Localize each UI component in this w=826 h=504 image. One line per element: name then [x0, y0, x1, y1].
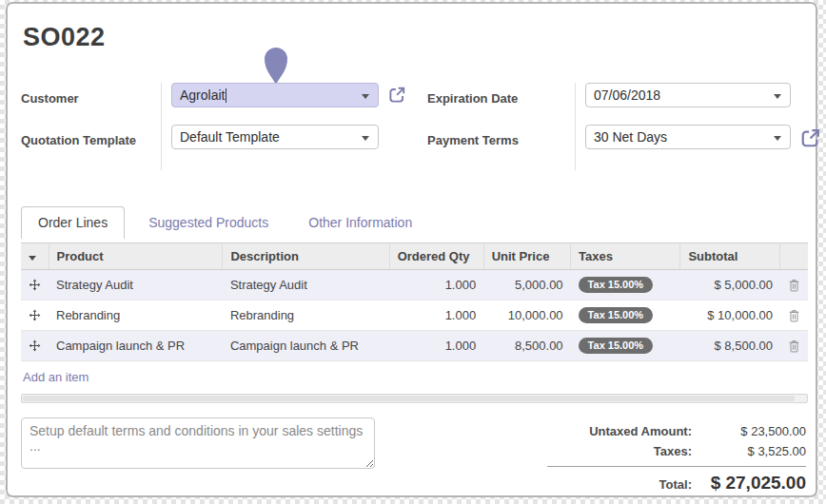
cell-ordered-qty[interactable]: 1.000 [389, 270, 483, 300]
cell-description[interactable]: Strategy Audit [223, 270, 389, 300]
cell-ordered-qty[interactable]: 1.000 [389, 300, 483, 331]
total-value: $ 27,025.00 [692, 473, 806, 494]
drag-handle-icon[interactable] [21, 331, 49, 361]
header-fields: Customer Quotation Template Agrolait [21, 83, 808, 170]
tax-badge[interactable]: Tax 15.00% [579, 307, 654, 323]
cell-taxes[interactable]: Tax 15.00% [571, 270, 680, 300]
expiration-date-value: 07/06/2018 [594, 87, 660, 103]
cell-unit-price[interactable]: 5,000.00 [483, 270, 570, 300]
order-lines-table: Product Description Ordered Qty Unit Pri… [21, 242, 808, 361]
dropdown-caret-icon[interactable] [362, 136, 369, 141]
taxes-value: $ 3,525.00 [692, 444, 806, 458]
table-header-row: Product Description Ordered Qty Unit Pri… [21, 243, 808, 270]
untaxed-amount-label: Untaxed Amount: [589, 424, 692, 438]
external-link-icon[interactable] [388, 86, 406, 104]
cell-product[interactable]: Rebranding [49, 300, 223, 331]
col-description: Description [223, 243, 389, 270]
col-ordered-qty: Ordered Qty [389, 243, 483, 270]
quotation-template-label: Quotation Template [21, 128, 161, 170]
cell-unit-price[interactable]: 8,500.00 [483, 331, 570, 361]
drag-handle-icon[interactable] [21, 300, 49, 331]
customer-label: Customer [21, 87, 161, 128]
untaxed-amount-value: $ 23,500.00 [692, 424, 806, 438]
total-label: Total: [659, 477, 692, 492]
quotation-template-value: Default Template [180, 129, 280, 145]
tab-order-lines[interactable]: Order Lines [21, 206, 125, 239]
drag-handle-icon[interactable] [21, 270, 49, 300]
untaxed-amount-row: Untaxed Amount: $ 23,500.00 [547, 421, 806, 441]
taxes-row: Taxes: $ 3,525.00 [547, 441, 806, 461]
trash-icon[interactable] [780, 300, 808, 331]
total-row: Total: $ 27,025.00 [547, 470, 806, 496]
dropdown-caret-icon[interactable] [362, 94, 369, 99]
payment-terms-select[interactable]: 30 Net Days [585, 125, 791, 149]
text-cursor [226, 88, 226, 103]
taxes-label: Taxes: [654, 444, 692, 458]
order-line-row[interactable]: Strategy Audit Strategy Audit 1.000 5,00… [21, 270, 808, 300]
cell-description[interactable]: Rebranding [223, 300, 389, 331]
col-product: Product [49, 243, 223, 270]
payment-terms-label: Payment Terms [427, 128, 575, 170]
order-line-row[interactable]: Campaign launch & PR Campaign launch & P… [21, 331, 808, 361]
cell-subtotal[interactable]: $ 8,500.00 [680, 331, 780, 361]
select-all-header[interactable] [21, 243, 49, 270]
cell-unit-price[interactable]: 10,000.00 [483, 300, 570, 331]
sale-order-form: SO022 Customer Quotation Template Agrola… [6, 2, 817, 497]
col-taxes: Taxes [571, 243, 680, 270]
customer-input[interactable]: Agrolait [171, 83, 379, 107]
tab-suggested-products[interactable]: Suggested Products [132, 207, 285, 239]
col-unit-price: Unit Price [483, 243, 570, 270]
cell-ordered-qty[interactable]: 1.000 [389, 331, 483, 361]
cell-taxes[interactable]: Tax 15.00% [571, 331, 680, 361]
page-title: SO022 [23, 23, 808, 52]
cell-subtotal[interactable]: $ 10,000.00 [680, 300, 780, 331]
tax-badge[interactable]: Tax 15.00% [579, 338, 654, 354]
add-an-item-link[interactable]: Add an item [21, 361, 126, 392]
cell-product[interactable]: Campaign launch & PR [49, 331, 223, 361]
tab-other-information[interactable]: Other Information [292, 207, 428, 239]
tax-badge[interactable]: Tax 15.00% [579, 277, 654, 293]
cell-subtotal[interactable]: $ 5,000.00 [680, 270, 780, 300]
trash-icon[interactable] [780, 270, 808, 300]
payment-terms-value: 30 Net Days [594, 129, 667, 145]
dropdown-caret-icon[interactable] [774, 136, 781, 141]
col-actions [780, 243, 808, 270]
pin-cursor-icon [263, 46, 289, 86]
customer-value: Agrolait [180, 87, 225, 103]
terms-and-conditions-textarea[interactable] [21, 417, 375, 469]
cell-taxes[interactable]: Tax 15.00% [571, 300, 680, 331]
cell-description[interactable]: Campaign launch & PR [223, 331, 389, 361]
header-caret-icon [29, 256, 36, 261]
totals-panel: Untaxed Amount: $ 23,500.00 Taxes: $ 3,5… [547, 417, 806, 496]
trash-icon[interactable] [780, 331, 808, 361]
expiration-date-input[interactable]: 07/06/2018 [585, 83, 791, 107]
quotation-template-select[interactable]: Default Template [171, 125, 379, 149]
order-line-row[interactable]: Rebranding Rebranding 1.000 10,000.00 Ta… [21, 300, 808, 331]
external-link-icon[interactable] [800, 127, 821, 148]
cell-product[interactable]: Strategy Audit [49, 270, 223, 300]
notebook-tabs: Order Lines Suggested Products Other Inf… [21, 206, 808, 239]
totals-divider [547, 466, 806, 467]
expiration-date-label: Expiration Date [427, 87, 575, 128]
horizontal-scrollbar[interactable] [21, 394, 808, 403]
footer-section: Untaxed Amount: $ 23,500.00 Taxes: $ 3,5… [21, 417, 808, 496]
col-subtotal: Subtotal [680, 243, 780, 270]
dropdown-caret-icon[interactable] [774, 94, 781, 99]
scrollbar-thumb[interactable] [23, 396, 795, 401]
